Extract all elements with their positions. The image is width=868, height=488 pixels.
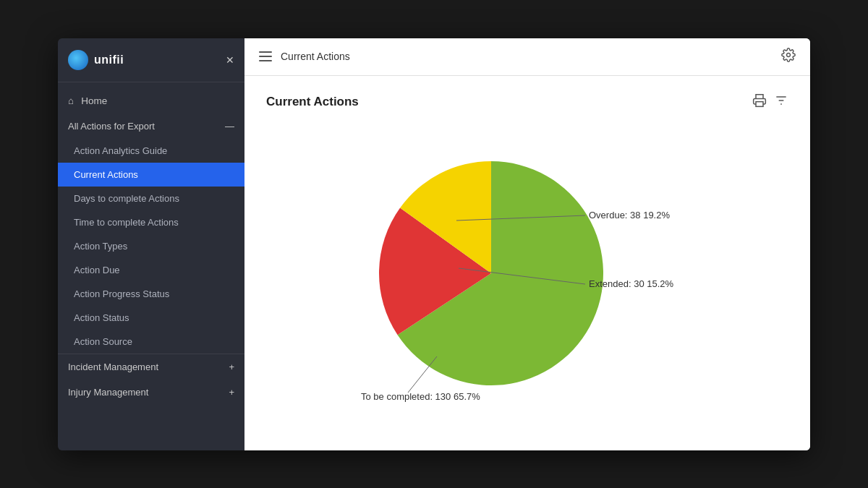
plus-icon: + <box>229 361 234 372</box>
item-label: Action Analytics Guide <box>74 145 167 156</box>
svg-point-0 <box>787 53 791 57</box>
item-label: Time to complete Actions <box>74 217 179 228</box>
item-label: Days to complete Actions <box>74 193 179 204</box>
item-label: Action Status <box>74 312 129 323</box>
home-icon: ⌂ <box>68 95 74 106</box>
sidebar: unifii ✕ ⌂ Home All Actions for Export —… <box>58 38 244 450</box>
sidebar-section-injury-management[interactable]: Injury Management + <box>58 380 244 405</box>
sidebar-header: unifii ✕ <box>58 38 244 82</box>
hamburger-icon[interactable] <box>259 51 272 61</box>
sidebar-item-action-progress-status[interactable]: Action Progress Status <box>58 282 244 306</box>
filter-icon[interactable] <box>774 93 788 111</box>
overdue-label: Overdue: 38 19.2% <box>589 210 670 221</box>
minus-icon: — <box>225 121 234 132</box>
home-label: Home <box>81 95 107 106</box>
sidebar-nav: ⌂ Home All Actions for Export — Action A… <box>58 82 244 450</box>
item-label: Action Types <box>74 241 127 252</box>
item-label: Action Due <box>74 265 120 275</box>
section-label: All Actions for Export <box>68 121 155 132</box>
app-window: unifii ✕ ⌂ Home All Actions for Export —… <box>58 38 810 450</box>
section-label: Incident Management <box>68 361 158 372</box>
logo-area: unifii <box>68 50 124 70</box>
chart-container: Overdue: 38 19.2% Extended: 30 15.2% To … <box>266 125 788 414</box>
page-title: Current Actions <box>266 95 359 109</box>
section-label: Injury Management <box>68 387 148 398</box>
sidebar-item-action-source[interactable]: Action Source <box>58 330 244 354</box>
sidebar-item-current-actions[interactable]: Current Actions <box>58 163 244 187</box>
extended-label: Extended: 30 15.2% <box>589 278 674 289</box>
sidebar-item-time-to-complete[interactable]: Time to complete Actions <box>58 210 244 234</box>
pie-chart: Overdue: 38 19.2% Extended: 30 15.2% To … <box>346 132 708 407</box>
sidebar-item-action-types[interactable]: Action Types <box>58 234 244 258</box>
print-icon[interactable] <box>752 93 767 111</box>
item-label: Action Source <box>74 336 132 347</box>
logo-icon <box>68 50 88 70</box>
to-be-completed-label: To be completed: 130 65.7% <box>361 391 480 402</box>
item-label: Action Progress Status <box>74 288 169 299</box>
settings-icon[interactable] <box>781 48 796 65</box>
content-actions <box>752 93 788 111</box>
sidebar-item-action-analytics-guide[interactable]: Action Analytics Guide <box>58 139 244 163</box>
pie-svg: Overdue: 38 19.2% Extended: 30 15.2% To … <box>346 132 708 407</box>
content-header: Current Actions <box>266 93 788 111</box>
content-area: Current Actions <box>244 76 810 450</box>
item-label: Current Actions <box>74 169 138 180</box>
main-content: Current Actions Current Actions <box>244 38 810 450</box>
sidebar-section-all-actions[interactable]: All Actions for Export — <box>58 114 244 139</box>
sidebar-item-days-to-complete[interactable]: Days to complete Actions <box>58 187 244 210</box>
top-bar-left: Current Actions <box>259 51 350 62</box>
plus-icon: + <box>229 387 234 398</box>
top-bar-title: Current Actions <box>281 51 350 62</box>
sidebar-item-action-due[interactable]: Action Due <box>58 258 244 282</box>
svg-rect-1 <box>756 101 763 106</box>
sidebar-section-incident-management[interactable]: Incident Management + <box>58 354 244 380</box>
sidebar-item-home[interactable]: ⌂ Home <box>58 88 244 114</box>
to-be-completed-label-line <box>408 356 437 393</box>
close-button[interactable]: ✕ <box>226 54 234 66</box>
top-bar: Current Actions <box>244 38 810 76</box>
logo-text: unifii <box>94 53 124 67</box>
sidebar-item-action-status[interactable]: Action Status <box>58 306 244 330</box>
